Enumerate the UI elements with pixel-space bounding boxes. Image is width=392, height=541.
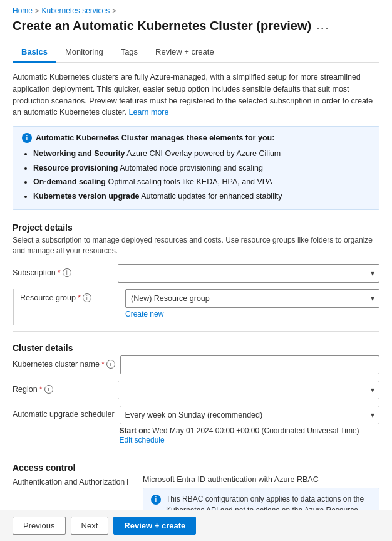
upgrade-scheduler-select-wrapper: Every week on Sunday (recommended) [120, 406, 379, 424]
review-create-button[interactable]: Review + create [113, 517, 196, 535]
resource-group-row: Resource group * i (New) Resource group … [20, 289, 379, 318]
resource-group-info-icon[interactable]: i [83, 293, 91, 302]
project-details-header: Project details [13, 223, 379, 233]
more-options-icon[interactable]: ... [316, 19, 329, 33]
cluster-details-header: Cluster details [13, 343, 379, 353]
region-row: Region * i [13, 381, 379, 399]
subscription-info-icon[interactable]: i [63, 268, 71, 277]
resource-group-label: Resource group * i [20, 289, 120, 302]
subscription-input-group [118, 264, 379, 283]
list-item: Networking and Security Azure CNI Overla… [33, 147, 370, 161]
upgrade-scheduler-label: Automatic upgrade scheduler [13, 406, 115, 419]
managed-elements-info-box: i Automatic Kubernetes Cluster manages t… [13, 126, 379, 210]
cluster-name-label: Kubernetes cluster name * i [13, 355, 115, 369]
edit-schedule-link[interactable]: Edit schedule [120, 436, 165, 444]
indent-line [13, 289, 14, 325]
divider-2 [13, 451, 379, 451]
auth-value-text: Microsoft Entra ID authentication with A… [143, 475, 379, 484]
resource-group-select[interactable]: (New) Resource group [125, 289, 379, 308]
region-required: * [39, 385, 43, 394]
region-label: Region * i [13, 381, 113, 394]
bottom-nav: Previous Next Review + create [0, 510, 392, 541]
resource-group-required: * [78, 293, 81, 302]
tab-tags[interactable]: Tags [112, 42, 147, 63]
resource-group-indent-row: Resource group * i (New) Resource group … [13, 289, 379, 325]
region-select-wrapper [118, 381, 379, 399]
tab-basics[interactable]: Basics [13, 42, 56, 63]
access-control-header: Access control [13, 463, 379, 473]
resource-group-select-wrapper: (New) Resource group [125, 289, 379, 308]
subscription-required: * [58, 268, 61, 277]
learn-more-link[interactable]: Learn more [129, 108, 169, 117]
project-details-desc: Select a subscription to manage deployed… [13, 235, 379, 256]
subscription-row: Subscription * i [13, 264, 379, 283]
cluster-name-required: * [101, 360, 105, 369]
access-info-icon: i [151, 495, 161, 505]
breadcrumb-sep1: > [35, 7, 39, 14]
info-box-list: Networking and Security Azure CNI Overla… [22, 147, 370, 203]
cluster-name-input-group [120, 355, 379, 374]
list-item: On-demand scaling Optimal scaling tools … [33, 175, 370, 189]
list-item: Kubernetes version upgrade Automatic upd… [33, 189, 370, 204]
upgrade-scheduler-input-group: Every week on Sunday (recommended) Start… [120, 406, 379, 444]
region-select[interactable] [118, 381, 379, 399]
previous-button[interactable]: Previous [13, 517, 66, 535]
upgrade-scheduler-info: Start on: Wed May 01 2024 00:00 +00:00 (… [120, 426, 379, 435]
tab-review-create[interactable]: Review + create [147, 42, 223, 63]
auth-label: Authentication and Authorization i [13, 475, 138, 486]
auth-info-icon[interactable]: i [126, 478, 128, 486]
tab-monitoring[interactable]: Monitoring [56, 42, 112, 63]
breadcrumb-sep2: > [112, 7, 116, 14]
info-box-header-text: Automatic Kubernetes Cluster manages the… [36, 134, 274, 142]
page-title-row: Create an Automatic Kubernetes Cluster (… [13, 19, 379, 33]
create-new-link[interactable]: Create new [125, 310, 163, 318]
cluster-name-info-icon[interactable]: i [106, 360, 115, 369]
subscription-select[interactable] [118, 264, 379, 283]
region-input-group [118, 381, 379, 399]
breadcrumb-service[interactable]: Kubernetes services [41, 6, 110, 15]
breadcrumb-home[interactable]: Home [13, 6, 33, 15]
info-icon: i [22, 133, 32, 143]
cluster-name-row: Kubernetes cluster name * i [13, 355, 379, 374]
cluster-name-input[interactable] [120, 355, 379, 374]
resource-group-content: Resource group * i (New) Resource group … [20, 289, 379, 325]
resource-group-input-group: (New) Resource group Create new [125, 289, 379, 318]
region-info-icon[interactable]: i [44, 385, 53, 394]
page-description: Automatic Kubernetes clusters are fully … [13, 71, 379, 118]
breadcrumb: Home > Kubernetes services > [13, 6, 379, 15]
page-title-text: Create an Automatic Kubernetes Cluster (… [13, 19, 311, 33]
subscription-select-wrapper [118, 264, 379, 283]
upgrade-scheduler-row: Automatic upgrade scheduler Every week o… [13, 406, 379, 444]
subscription-label: Subscription * i [13, 264, 113, 277]
divider [13, 331, 379, 332]
upgrade-scheduler-select[interactable]: Every week on Sunday (recommended) [120, 406, 379, 424]
tab-bar: Basics Monitoring Tags Review + create [13, 42, 379, 63]
list-item: Resource provisioning Automated node pro… [33, 161, 370, 176]
next-button[interactable]: Next [71, 517, 109, 535]
